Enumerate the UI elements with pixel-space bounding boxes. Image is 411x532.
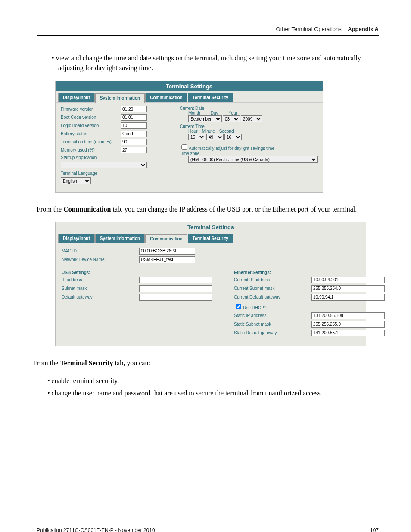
footer-page-number: 107 bbox=[370, 527, 379, 532]
eth-static-gateway-value[interactable] bbox=[311, 330, 385, 336]
day-label: Day bbox=[211, 111, 218, 115]
year-label: Year bbox=[229, 111, 237, 115]
eth-current-gateway-label: Current Default gateway bbox=[234, 295, 311, 299]
eth-current-gateway-value[interactable] bbox=[311, 294, 385, 301]
dst-label: Automatically adjust for daylight saving… bbox=[189, 146, 274, 151]
tab-display-input[interactable]: Display/Input bbox=[58, 93, 95, 102]
usb-gateway-label: Default gateway bbox=[62, 295, 139, 299]
tabs: Display/Input System Information Communi… bbox=[56, 91, 323, 103]
usb-subnet-input[interactable] bbox=[139, 285, 212, 292]
tab-communication[interactable]: Communication bbox=[145, 234, 187, 243]
terminal-settings-panel-communication: Terminal Settings Display/Input System I… bbox=[56, 222, 366, 346]
current-date-label: Current Date: bbox=[180, 106, 318, 111]
month-select[interactable]: September bbox=[188, 115, 222, 122]
firmware-version-value[interactable] bbox=[121, 106, 147, 112]
paragraph-communication: From the Communication tab, you can chan… bbox=[37, 204, 379, 214]
boot-code-version-value[interactable] bbox=[121, 114, 147, 121]
logic-board-version-value[interactable] bbox=[121, 122, 147, 129]
security-bullet-credentials: change the user name and password that a… bbox=[37, 388, 379, 398]
hour-select[interactable]: 15 bbox=[188, 134, 206, 140]
hour-label: Hour bbox=[188, 129, 198, 134]
startup-application-select[interactable] bbox=[61, 162, 147, 168]
current-time-label: Current Time: bbox=[180, 124, 318, 129]
second-label: Second bbox=[219, 129, 234, 134]
startup-application-label: Startup Application bbox=[61, 155, 121, 160]
second-select[interactable]: 16 bbox=[224, 134, 242, 140]
tab-communication[interactable]: Communication bbox=[145, 93, 187, 102]
network-device-name-label: Network Device Name bbox=[62, 257, 139, 262]
timezone-label: Time zone bbox=[180, 151, 318, 156]
tab-display-input[interactable]: Display/Input bbox=[58, 234, 95, 243]
header-appendix: Appendix A bbox=[348, 26, 379, 32]
year-select[interactable]: 2009 bbox=[241, 115, 262, 122]
tab-system-information[interactable]: System Information bbox=[95, 93, 145, 103]
tab-terminal-security[interactable]: Terminal Security bbox=[188, 234, 233, 243]
eth-current-ip-label: Current IP address bbox=[234, 277, 311, 282]
eth-current-ip-value[interactable] bbox=[311, 277, 385, 283]
ethernet-settings-heading: Ethernet Settings: bbox=[234, 270, 385, 275]
intro-bullet: view and change the time and date settin… bbox=[41, 53, 379, 73]
usb-subnet-label: Subnet mask bbox=[62, 286, 139, 291]
usb-gateway-input[interactable] bbox=[139, 294, 212, 301]
tabs: Display/Input System Information Communi… bbox=[56, 232, 366, 243]
eth-current-subnet-label: Current Subnet mask bbox=[234, 286, 311, 291]
dhcp-checkbox[interactable] bbox=[236, 304, 241, 309]
boot-code-version-label: Boot Code version bbox=[61, 115, 121, 120]
day-select[interactable]: 03 bbox=[223, 115, 240, 122]
paragraph-terminal-security: From the Terminal Security tab, you can: bbox=[33, 358, 379, 368]
usb-settings-heading: USB Settings: bbox=[62, 270, 217, 275]
panel-title: Terminal Settings bbox=[56, 81, 323, 91]
terminal-settings-panel-sysinfo: Terminal Settings Display/Input System I… bbox=[56, 81, 323, 192]
mac-id-label: MAC ID bbox=[62, 249, 139, 253]
header-section: Other Terminal Operations bbox=[276, 26, 342, 32]
tab-system-information[interactable]: System Information bbox=[95, 234, 145, 243]
eth-static-subnet-label: Static Subnet mask bbox=[234, 322, 311, 327]
month-label: Month bbox=[188, 111, 200, 115]
timezone-select[interactable]: (GMT-08:00) Pacific Time (US & Canada) bbox=[188, 156, 318, 163]
dhcp-label: Use DHCP? bbox=[243, 305, 266, 310]
eth-static-subnet-value[interactable] bbox=[311, 321, 385, 328]
mac-id-value[interactable] bbox=[139, 248, 195, 255]
usb-ip-label: IP address bbox=[62, 277, 139, 282]
logic-board-version-label: Logic Board version bbox=[61, 123, 121, 128]
tab-terminal-security[interactable]: Terminal Security bbox=[188, 93, 233, 102]
eth-current-subnet-value[interactable] bbox=[311, 285, 385, 292]
battery-status-label: Battery status bbox=[61, 131, 121, 136]
memory-used-value[interactable] bbox=[121, 147, 147, 153]
minute-select[interactable]: 49 bbox=[206, 134, 224, 140]
terminal-on-time-value[interactable] bbox=[121, 139, 147, 145]
footer-publication: Publication 2711C-QS001F-EN-P - November… bbox=[37, 527, 155, 532]
network-device-name-value[interactable] bbox=[139, 256, 195, 263]
minute-label: Minute bbox=[202, 129, 215, 134]
firmware-version-label: Firmware version bbox=[61, 107, 121, 112]
terminal-language-select[interactable]: English bbox=[61, 177, 91, 184]
page-header: Other Terminal Operations Appendix A bbox=[37, 26, 379, 35]
eth-static-ip-value[interactable] bbox=[311, 312, 385, 319]
eth-static-ip-label: Static IP address bbox=[234, 313, 311, 318]
security-bullet-enable: enable terminal security. bbox=[37, 376, 379, 386]
eth-static-gateway-label: Static Default gateway bbox=[234, 330, 311, 335]
memory-used-label: Memory used (%) bbox=[61, 148, 121, 152]
terminal-on-time-label: Terminal on time (minutes) bbox=[61, 140, 121, 144]
header-rule bbox=[37, 35, 379, 36]
terminal-language-label: Terminal Language bbox=[61, 171, 97, 176]
dst-checkbox[interactable] bbox=[181, 144, 187, 150]
usb-ip-input[interactable] bbox=[139, 277, 212, 283]
panel-title: Terminal Settings bbox=[56, 222, 366, 232]
battery-status-value[interactable] bbox=[121, 131, 147, 137]
